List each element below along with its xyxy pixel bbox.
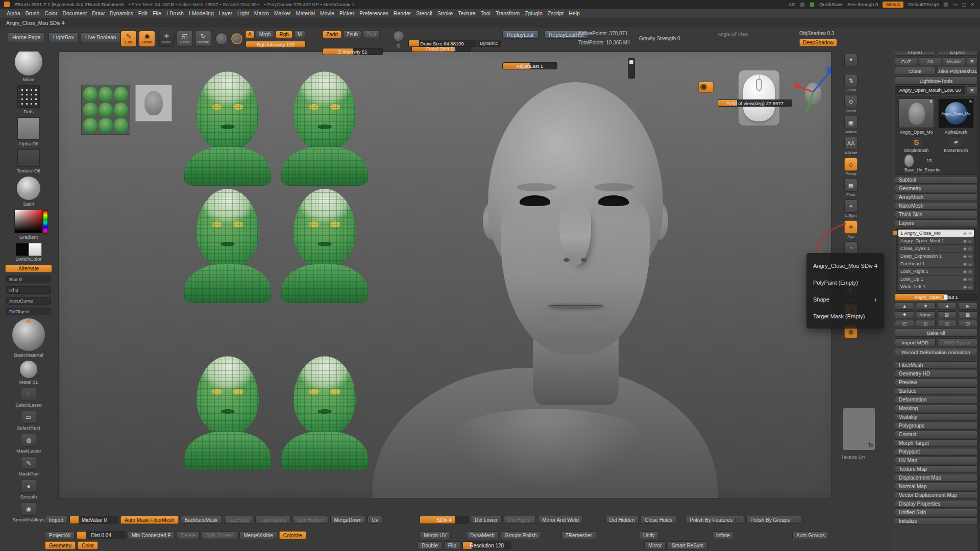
tray-button[interactable]: Close Holes	[641, 516, 676, 524]
layer-tool-button[interactable]: ▲	[895, 303, 914, 310]
layer-tool-button[interactable]: ✚	[895, 311, 914, 318]
tray-control[interactable]: Alpha Off	[17, 117, 40, 146]
panel-scrollbar[interactable]	[977, 17, 980, 551]
menu-item[interactable]: Color	[42, 10, 60, 16]
tray-control[interactable]: Gradient	[14, 210, 43, 240]
lightbox-tools-button[interactable]: Lightbox▸Tools	[895, 77, 977, 85]
menu-item[interactable]: Alpha	[4, 10, 23, 16]
tray-control[interactable]: AccuCurve	[6, 297, 51, 305]
deep-shadow-button[interactable]: DeepShadow	[799, 39, 837, 46]
obj-shadow-label[interactable]: ObjShadow 0.3	[799, 31, 834, 36]
tray-control[interactable]: MaskLasso	[16, 434, 41, 454]
tool-section[interactable]: Contact	[895, 431, 977, 438]
tray-button[interactable]: Smart ReSym	[668, 541, 707, 549]
tray-control[interactable]: FillObject	[6, 308, 51, 315]
goz-r-button[interactable]: R	[967, 57, 977, 65]
current-tool-thumbnail[interactable]: 9	[898, 98, 934, 128]
shelf-toggle[interactable]: ⊙ Zoom	[844, 95, 857, 113]
tray-button[interactable]: Delete	[177, 531, 200, 539]
see-through-slider[interactable]: See-through 0	[847, 2, 878, 7]
tool-section[interactable]: Layers	[895, 219, 977, 227]
zsub-button[interactable]: Zsub	[343, 31, 361, 38]
menu-item[interactable]: I-Modeling	[186, 10, 216, 16]
orientation-gizmo[interactable]	[792, 65, 831, 116]
menu-item[interactable]: Marker	[272, 10, 293, 16]
layer-tool-button[interactable]: ►	[958, 303, 977, 310]
menu-item[interactable]: Macro	[252, 10, 272, 16]
menu-item[interactable]: Texture	[455, 10, 478, 16]
shelf-toggle[interactable]: ▦ Floor	[844, 179, 857, 197]
tool-section[interactable]: ArrayMesh	[895, 193, 977, 201]
tray-button[interactable]: Del Lower	[471, 516, 502, 524]
a-toggle[interactable]: A	[246, 31, 254, 38]
layer-tool-button[interactable]: ▤	[937, 311, 957, 318]
layer-tool-button[interactable]: ▼	[916, 303, 935, 310]
tray-control[interactable]: Alternate	[5, 265, 52, 272]
layer-row[interactable]: Close_Eyes 1 ◉ ◎	[898, 245, 974, 252]
mrgb-button[interactable]: Mrgb	[256, 31, 275, 38]
tray-control[interactable]: BasicMaterial	[12, 318, 45, 358]
tray-button[interactable]: Mirror	[644, 541, 666, 549]
expression-thumbnails[interactable]	[81, 85, 130, 135]
menu-item[interactable]: Material	[293, 10, 317, 16]
tray-button[interactable]: Del Higher	[504, 516, 536, 524]
active-tool-slider[interactable]: Angry_Open_Mouth_Low. 50	[895, 86, 965, 94]
goz-all-button[interactable]: All	[919, 57, 941, 65]
rotate-button[interactable]: ↻Rotate	[195, 31, 211, 47]
menu-item[interactable]: I-Brush	[164, 10, 186, 16]
layer-tool-button[interactable]: Name	[916, 311, 935, 318]
document-tab-label[interactable]: Angry_Close_Mou SDiv 4	[6, 20, 65, 26]
zadd-button[interactable]: Zadd	[323, 31, 341, 38]
goz-button[interactable]: GoZ	[895, 57, 917, 65]
tray-button[interactable]: Min Connected F	[128, 531, 175, 539]
layer-intensity-slider[interactable]: Angry_Open_Mout 1	[895, 293, 977, 301]
layer-tool-button[interactable]: ◲	[937, 320, 957, 327]
context-menu-item[interactable]: Angry_Close_Mou SDiv 4	[806, 257, 884, 274]
menu-item[interactable]: Preferences	[357, 10, 391, 16]
window-controls[interactable]: ▭ ▢ ✕	[953, 2, 976, 7]
layer-eye-icon[interactable]: ◉	[963, 231, 967, 236]
menu-item[interactable]: Transform	[493, 10, 522, 16]
tool-section[interactable]: FiberMesh	[895, 361, 977, 369]
tray-button[interactable]: Inflate	[712, 531, 734, 539]
home-page-button[interactable]: Home Page	[8, 32, 45, 42]
tray-button[interactable]: Split Hidden	[292, 516, 328, 524]
tray-button[interactable]: Morph UV	[420, 531, 451, 539]
tray-button[interactable]: LazyRadius	[255, 516, 290, 524]
shelf-toggle[interactable]: ⇅ Scroll	[844, 74, 857, 92]
eraser-picker[interactable]: EraserBrush	[944, 136, 968, 153]
import-mdd-button[interactable]: Import MDD	[895, 338, 936, 346]
tool-section[interactable]: Preview	[895, 379, 977, 386]
tool-section[interactable]: Geometry HD	[895, 370, 977, 378]
tray-button[interactable]: DynaMesh	[466, 531, 499, 539]
menu-item[interactable]: Picker	[337, 10, 357, 16]
layer-tool-button[interactable]: ◄	[937, 303, 957, 310]
menu-item[interactable]: File	[150, 10, 164, 16]
layer-row[interactable]: Angry_Open_Mout 1 ◉ ◎	[898, 237, 974, 244]
layer-tool-button[interactable]: ◳	[958, 320, 977, 327]
menus-button[interactable]: Menus	[883, 2, 903, 8]
context-menu-item[interactable]: PolyPaint (Empty)	[806, 274, 884, 291]
layer-row[interactable]: Look_Up 1 ◉ ◎	[898, 276, 974, 283]
stroke-preview-icon[interactable]	[231, 33, 243, 45]
tray-control[interactable]: MaskPen	[18, 457, 39, 477]
tool-section[interactable]: NanoMesh	[895, 202, 977, 210]
shelf-toggle[interactable]: ✦	[844, 53, 857, 71]
layer-eye-icon[interactable]: ◉	[963, 254, 967, 259]
layer-tool-button[interactable]: ◰	[895, 320, 914, 327]
make-polymesh3d-button[interactable]: Make PolyMesh3D	[937, 67, 978, 75]
shelf-toggle[interactable]: ◇ Persp	[844, 158, 857, 176]
tray-button[interactable]: Polish By Groups	[746, 516, 801, 524]
tray-button[interactable]: Auto Mask FiberMesh	[120, 516, 178, 524]
layer-record-icon[interactable]: ◎	[968, 239, 972, 243]
mdd-speed-button[interactable]: MDD Speed	[937, 338, 978, 346]
tray-control[interactable]: Metal 01	[19, 361, 38, 385]
context-menu-item[interactable]: Shape	[806, 291, 884, 308]
layer-record-icon[interactable]: ◎	[968, 285, 972, 289]
sculpt-model[interactable]	[488, 82, 663, 498]
tool-section[interactable]: Geometry	[895, 185, 977, 192]
menu-item[interactable]: Dynamics	[107, 10, 136, 16]
tray-button[interactable]: Flip	[444, 541, 460, 549]
tool-section[interactable]: Vector Displacement Map	[895, 491, 977, 499]
tray-button[interactable]: Auto Groups	[792, 531, 829, 539]
